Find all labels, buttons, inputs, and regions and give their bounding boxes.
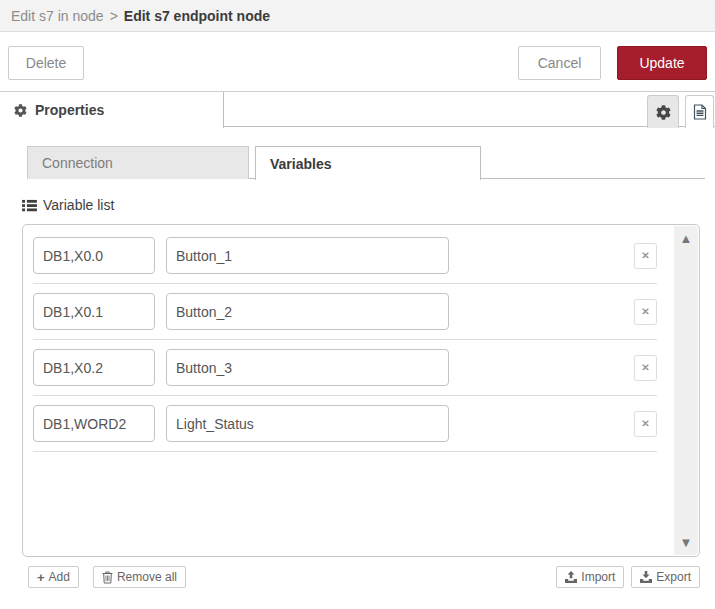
variable-name-input[interactable] (166, 405, 449, 442)
variable-address-input[interactable] (33, 349, 155, 386)
variable-rows: ✕ ✕ ✕ ✕ (23, 225, 699, 452)
x-icon: ✕ (641, 418, 649, 429)
variable-name-input[interactable] (166, 293, 449, 330)
list-actions-left: + Add Remove all (28, 566, 186, 588)
editor-tab-bar: Properties (0, 92, 715, 127)
tab-variables[interactable]: Variables (255, 146, 481, 180)
breadcrumb-separator: > (110, 8, 118, 24)
scroll-up-arrow-icon[interactable]: ▲ (674, 232, 698, 245)
node-description-button[interactable] (685, 95, 714, 128)
update-button[interactable]: Update (617, 46, 707, 80)
variable-address-input[interactable] (33, 405, 155, 442)
x-icon: ✕ (641, 306, 649, 317)
variable-name-input[interactable] (166, 349, 449, 386)
import-button-label: Import (581, 570, 615, 584)
tab-properties[interactable]: Properties (0, 92, 224, 128)
node-settings-button[interactable] (647, 95, 679, 128)
page-title: Edit s7 endpoint node (124, 8, 270, 24)
tab-properties-label: Properties (35, 102, 104, 118)
tab-variables-label: Variables (270, 156, 332, 172)
tab-connection[interactable]: Connection (27, 146, 249, 179)
remove-row-button[interactable]: ✕ (634, 355, 657, 381)
dialog-toolbar: Delete Cancel Update (0, 32, 715, 92)
gear-icon (14, 104, 27, 117)
plus-icon: + (37, 570, 45, 585)
list-actions-right: Import Export (556, 566, 700, 588)
variable-list-label: Variable list (43, 197, 114, 213)
delete-button[interactable]: Delete (8, 46, 84, 80)
export-button[interactable]: Export (631, 566, 700, 588)
x-icon: ✕ (641, 362, 649, 373)
dialog-header: Edit s7 in node > Edit s7 endpoint node (0, 0, 715, 32)
x-icon: ✕ (641, 250, 649, 261)
variable-name-input[interactable] (166, 237, 449, 274)
breadcrumb-parent-link[interactable]: Edit s7 in node (11, 8, 104, 24)
add-button-label: Add (49, 570, 70, 584)
remove-row-button[interactable]: ✕ (634, 243, 657, 269)
tab-connection-label: Connection (42, 155, 113, 171)
upload-icon (565, 571, 577, 583)
remove-row-button[interactable]: ✕ (634, 299, 657, 325)
node-tab-bar: Connection Variables (27, 146, 705, 179)
add-variable-button[interactable]: + Add (28, 566, 79, 588)
variable-row: ✕ (33, 284, 657, 340)
scroll-down-arrow-icon[interactable]: ▼ (674, 536, 698, 549)
remove-all-button[interactable]: Remove all (93, 566, 186, 588)
gear-icon (656, 105, 671, 120)
list-icon (22, 199, 37, 212)
import-button[interactable]: Import (556, 566, 624, 588)
export-button-label: Export (656, 570, 691, 584)
variable-list-header: Variable list (22, 197, 114, 213)
remove-row-button[interactable]: ✕ (634, 411, 657, 437)
file-document-icon (693, 104, 707, 120)
variable-row: ✕ (33, 396, 657, 452)
download-icon (640, 571, 652, 583)
remove-all-button-label: Remove all (117, 570, 177, 584)
cancel-button[interactable]: Cancel (518, 46, 601, 80)
variable-address-input[interactable] (33, 237, 155, 274)
edit-node-dialog: Edit s7 in node > Edit s7 endpoint node … (0, 0, 715, 609)
variable-row: ✕ (33, 228, 657, 284)
trash-icon (102, 571, 113, 584)
variable-address-input[interactable] (33, 293, 155, 330)
scrollbar[interactable]: ▲ ▼ (674, 226, 698, 555)
variable-list-container: ✕ ✕ ✕ ✕ ▲ ▼ (22, 224, 700, 557)
variable-row: ✕ (33, 340, 657, 396)
